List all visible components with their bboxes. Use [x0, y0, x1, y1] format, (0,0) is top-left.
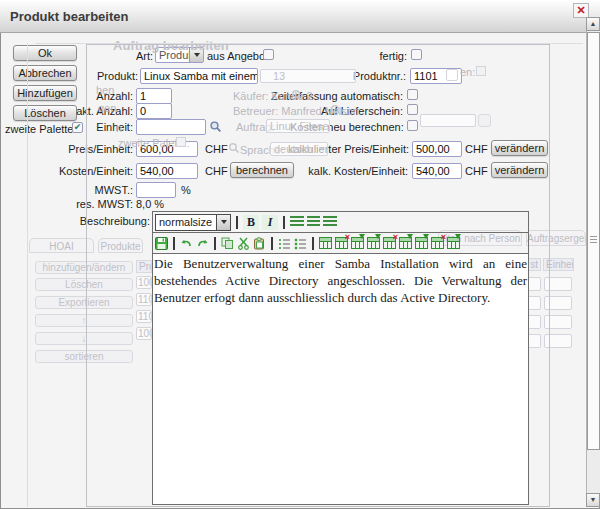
toolbar-separator [214, 237, 216, 250]
redo-icon[interactable] [196, 237, 209, 250]
align-justify-icon[interactable] [323, 216, 337, 228]
ghost-tab-hoai-rechner: HOAI Rechner [29, 238, 94, 253]
insert-column-before-icon[interactable] [351, 237, 364, 249]
scroll-down-icon[interactable]: ▼ [586, 493, 600, 507]
paste-icon[interactable] [253, 237, 266, 250]
scrollbar-thumb[interactable] [587, 32, 600, 450]
insert-row-after-icon[interactable] [415, 237, 428, 249]
toolbar-separator [271, 237, 273, 250]
scroll-up-icon[interactable]: ▲ [586, 17, 600, 31]
save-icon[interactable] [155, 237, 168, 250]
insert-column-after-icon[interactable] [367, 237, 380, 249]
font-size-value: normalsize [156, 215, 216, 230]
align-center-icon[interactable] [307, 216, 320, 228]
beschreibung-text[interactable]: Die Benutzerverwaltung einer Samba Insta… [153, 254, 528, 504]
copy-icon[interactable] [221, 237, 234, 250]
editor-toolbar-format: normalsize B I [153, 212, 528, 233]
chevron-down-icon[interactable] [216, 215, 230, 230]
merge-cells-icon[interactable] [447, 237, 460, 249]
toolbar-separator [283, 216, 285, 229]
produkt-bearbeiten-window: Auftrag bearbeiten hen gen n zweite Pale… [0, 0, 600, 509]
delete-column-icon[interactable] [383, 237, 396, 249]
numbered-list-icon[interactable] [294, 237, 307, 250]
toolbar-separator [312, 237, 314, 250]
beschreibung-editor: normalsize B I [152, 211, 529, 505]
window-title: Produkt bearbeiten [10, 9, 128, 24]
font-size-dropdown[interactable]: normalsize [155, 214, 231, 231]
toolbar-separator [173, 237, 175, 250]
close-icon[interactable]: ✕ [573, 3, 589, 18]
editor-toolbar-edit [153, 233, 528, 254]
bold-button[interactable]: B [243, 215, 259, 230]
cut-icon[interactable] [237, 237, 250, 250]
italic-button[interactable]: I [262, 215, 278, 230]
search-icon[interactable] [209, 120, 222, 133]
toolbar-separator [236, 216, 238, 229]
delete-table-icon[interactable] [335, 237, 348, 249]
bullet-list-icon[interactable] [278, 237, 291, 250]
insert-table-icon[interactable] [319, 237, 332, 249]
delete-row-icon[interactable] [431, 237, 444, 249]
scrollbar-grip [590, 236, 597, 243]
align-left-icon[interactable] [290, 216, 304, 228]
insert-row-before-icon[interactable] [399, 237, 412, 249]
undo-icon[interactable] [180, 237, 193, 250]
ghost-panel-left-line [27, 43, 28, 507]
